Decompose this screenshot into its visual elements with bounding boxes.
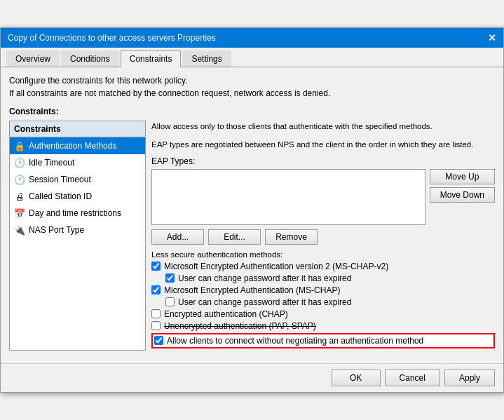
close-button[interactable]: ✕: [488, 32, 496, 43]
calendar-icon: 📅: [14, 208, 25, 219]
sidebar-item-auth-methods[interactable]: 🔒 Authentication Methods: [10, 137, 145, 154]
apply-button[interactable]: Apply: [444, 370, 495, 386]
desc-line1: Configure the constraints for this netwo…: [9, 74, 495, 87]
checkbox-no-auth-label: Allow clients to connect without negotia…: [167, 336, 423, 346]
lock-icon: 🔒: [14, 140, 25, 151]
main-area: Constraints 🔒 Authentication Methods 🕐 I…: [9, 121, 495, 351]
tab-settings[interactable]: Settings: [182, 50, 231, 67]
ok-button[interactable]: OK: [332, 370, 381, 386]
checkbox-chap-label: Encrypted authentication (CHAP): [164, 309, 288, 319]
checkbox-mschapv2-label: Microsoft Encrypted Authentication versi…: [164, 262, 388, 271]
checkbox-mschap-label: Microsoft Encrypted Authentication (MS-C…: [164, 285, 340, 295]
sidebar-item-session-timeout[interactable]: 🕐 Session Timeout: [10, 171, 145, 188]
checkbox-pap-spap-label: Unencrypted authentication (PAP, SPAP): [164, 321, 316, 331]
tab-bar: Overview Conditions Constraints Settings: [1, 48, 503, 67]
add-edit-row: Add... Edit... Remove: [151, 229, 495, 245]
eap-types-label: EAP Types:: [151, 156, 495, 166]
sidebar-item-label-auth: Authentication Methods: [29, 141, 116, 151]
right-panel: Allow access only to those clients that …: [151, 121, 495, 351]
tab-conditions[interactable]: Conditions: [61, 50, 119, 67]
checkbox-mschapv2-input[interactable]: [151, 262, 161, 271]
add-button[interactable]: Add...: [151, 229, 204, 245]
left-panel: Constraints 🔒 Authentication Methods 🕐 I…: [9, 121, 146, 351]
constraints-label: Constraints:: [9, 107, 495, 116]
less-secure-label: Less secure authentication methods:: [151, 250, 495, 259]
sidebar-item-label-idle: Idle Timeout: [29, 158, 74, 168]
checkbox-no-auth: Allow clients to connect without negotia…: [151, 333, 495, 348]
dialog-window: Copy of Connections to other access serv…: [0, 27, 504, 393]
sidebar-item-label-nas: NAS Port Type: [29, 225, 84, 235]
clock-icon-idle: 🕐: [14, 157, 25, 168]
desc-line2: If all constraints are not matched by th…: [9, 87, 495, 100]
right-desc1: Allow access only to those clients that …: [151, 121, 495, 133]
checkbox-no-auth-input[interactable]: [154, 336, 163, 345]
sidebar-item-day-time[interactable]: 📅 Day and time restrictions: [10, 205, 145, 222]
move-down-button[interactable]: Move Down: [430, 187, 495, 203]
port-icon: 🔌: [14, 224, 25, 236]
eap-list[interactable]: [151, 169, 425, 225]
sidebar-item-called-station[interactable]: 🖨 Called Station ID: [10, 188, 145, 205]
checkbox-mschapv2-change-label: User can change password after it has ex…: [178, 273, 351, 283]
move-up-button[interactable]: Move Up: [430, 169, 495, 184]
bottom-buttons: OK Cancel Apply: [1, 363, 503, 392]
station-icon: 🖨: [14, 191, 25, 202]
checkbox-mschap-input[interactable]: [151, 285, 161, 294]
remove-button[interactable]: Remove: [265, 229, 318, 245]
sidebar-item-label-session: Session Timeout: [29, 175, 91, 184]
sidebar-item-label-daytime: Day and time restrictions: [29, 208, 121, 218]
left-panel-header: Constraints: [10, 121, 145, 137]
sidebar-item-idle-timeout[interactable]: 🕐 Idle Timeout: [10, 154, 145, 171]
checkbox-mschapv2: Microsoft Encrypted Authentication versi…: [151, 262, 495, 271]
checkbox-chap: Encrypted authentication (CHAP): [151, 309, 495, 319]
dialog-title: Copy of Connections to other access serv…: [8, 33, 216, 43]
checkbox-mschap-change: User can change password after it has ex…: [165, 297, 495, 307]
checkbox-chap-input[interactable]: [151, 309, 161, 318]
eap-buttons: Move Up Move Down: [430, 169, 495, 225]
checkbox-mschap: Microsoft Encrypted Authentication (MS-C…: [151, 285, 495, 295]
checkbox-mschap-change-label: User can change password after it has ex…: [178, 297, 351, 307]
checkbox-mschapv2-change-input[interactable]: [165, 273, 175, 283]
checkbox-mschap-change-input[interactable]: [165, 297, 175, 306]
checkbox-mschapv2-change: User can change password after it has ex…: [165, 273, 495, 283]
title-bar: Copy of Connections to other access serv…: [1, 28, 503, 48]
content-area: Configure the constraints for this netwo…: [1, 67, 503, 358]
checkbox-pap-spap-input[interactable]: [151, 321, 161, 330]
edit-button[interactable]: Edit...: [208, 229, 261, 245]
tab-overview[interactable]: Overview: [6, 50, 60, 67]
right-desc2: EAP types are negotiated between NPS and…: [151, 139, 495, 151]
sidebar-item-nas-port[interactable]: 🔌 NAS Port Type: [10, 222, 145, 238]
checkbox-pap-spap: Unencrypted authentication (PAP, SPAP): [151, 321, 495, 331]
description: Configure the constraints for this netwo…: [9, 74, 495, 100]
sidebar-item-label-station: Called Station ID: [29, 191, 92, 201]
tab-constraints[interactable]: Constraints: [121, 50, 182, 67]
clock-icon-session: 🕐: [14, 174, 25, 185]
cancel-button[interactable]: Cancel: [385, 370, 440, 386]
eap-row: Move Up Move Down: [151, 169, 495, 225]
